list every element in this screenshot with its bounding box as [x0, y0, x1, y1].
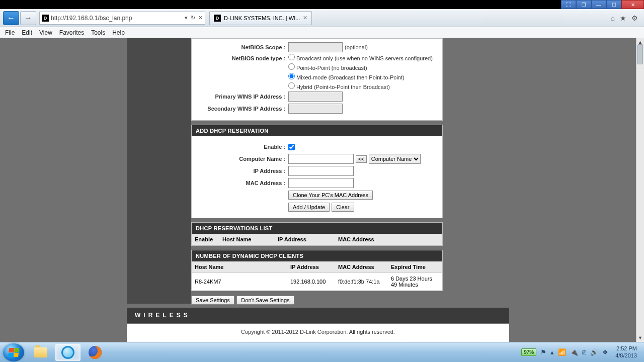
clear-button[interactable]: Clear [332, 203, 354, 212]
netbios-node-label: NetBIOS node type : [197, 54, 288, 61]
ip-address-input[interactable] [288, 166, 354, 176]
cell-hostname: R8-24KM7 [192, 273, 287, 291]
stop-icon[interactable]: ✕ [198, 15, 203, 21]
clock[interactable]: 2:52 PM 4/8/2013 [612, 345, 640, 358]
cell-ip: 192.168.0.100 [287, 273, 335, 291]
tab-title: D-LINK SYSTEMS, INC. | WI... [224, 15, 300, 21]
add-update-button[interactable]: Add / Update [288, 203, 330, 212]
menu-bar: File Edit View Favorites Tools Help [0, 27, 644, 38]
enable-checkbox[interactable] [288, 144, 295, 150]
menu-favorites[interactable]: Favorites [59, 29, 84, 36]
copyright-text: Copyright © 2011-2012 D-Link Corporation… [127, 324, 509, 342]
menu-help[interactable]: Help [112, 29, 125, 36]
menu-file[interactable]: File [5, 29, 15, 36]
col-ip: IP Address [275, 234, 335, 245]
secondary-wins-input[interactable] [288, 104, 343, 114]
mac-address-label: MAC Address : [197, 180, 288, 186]
taskbar-ie[interactable] [55, 344, 80, 361]
taskbar-firefox[interactable] [83, 344, 108, 361]
tray-chevron-icon[interactable]: ▴ [550, 348, 554, 356]
ip-address-label: IP Address : [197, 168, 288, 174]
folder-icon [34, 347, 47, 357]
page-viewport: NetBIOS Scope : (optional) NetBIOS node … [0, 38, 636, 342]
menu-tools[interactable]: Tools [91, 29, 105, 36]
home-icon[interactable]: ⌂ [611, 14, 615, 22]
menu-view[interactable]: View [39, 29, 52, 36]
snap-button[interactable]: ⛶ [561, 0, 576, 9]
reservation-header: ADD DHCP RESERVATION [192, 125, 442, 136]
enable-label: Enable : [197, 144, 288, 150]
refresh-icon[interactable]: ↻ [191, 15, 195, 21]
netbios-panel: NetBIOS Scope : (optional) NetBIOS node … [191, 38, 443, 121]
arrow-left-icon: ← [7, 14, 15, 23]
scroll-thumb[interactable] [637, 44, 643, 64]
network-icon[interactable]: 📶 [558, 348, 566, 356]
save-settings-button[interactable]: Save Settings [191, 296, 234, 305]
netbios-scope-hint: (optional) [345, 44, 368, 50]
close-button[interactable]: ✕ [621, 0, 644, 9]
mac-address-input[interactable] [288, 178, 354, 188]
firefox-icon [89, 346, 102, 359]
action-center-icon[interactable]: ⚑ [540, 348, 546, 356]
cell-mac: f0:de:f1:3b:74:1a [335, 273, 388, 291]
radio-hybrid[interactable] [288, 82, 295, 89]
footer-brand-bar: WIRELESS [127, 308, 509, 323]
clone-mac-button[interactable]: Clone Your PC's MAC Address [288, 191, 373, 200]
clients-panel: NUMBER OF DYNAMIC DHCP CLIENTS Host Name… [191, 250, 443, 291]
address-bar[interactable]: D http://192.168.0.1/bsc_lan.php ▾ ↻ ✕ [39, 12, 205, 25]
netbios-scope-input[interactable] [288, 42, 343, 52]
col-hostname: Host Name [192, 261, 287, 273]
copy-name-button[interactable]: << [356, 155, 367, 163]
computer-name-input[interactable] [288, 154, 354, 164]
device-icon[interactable]: ⎚ [582, 348, 586, 356]
system-tray: 97% ⚑ ▴ 📶 🔌 ⎚ 🔊 ❖ 2:52 PM 4/8/2013 [517, 345, 644, 358]
col-enable: Enable [192, 234, 219, 245]
table-row: R8-24KM7 192.168.0.100 f0:de:f1:3b:74:1a… [192, 273, 442, 291]
maximize-button[interactable]: ☐ [606, 0, 621, 9]
reservations-list-header: DHCP RESERVATIONS LIST [192, 223, 442, 234]
minimize-button[interactable]: — [591, 0, 606, 9]
start-button[interactable] [3, 343, 24, 361]
address-actions: ▾ ↻ ✕ [185, 15, 203, 21]
reservation-panel: ADD DHCP RESERVATION Enable : Computer N… [191, 125, 443, 218]
col-hostname: Host Name [219, 234, 275, 245]
back-button[interactable]: ← [3, 11, 19, 25]
radio-p2p[interactable] [288, 63, 295, 70]
radio-broadcast[interactable] [288, 54, 295, 60]
node-opt-broadcast[interactable]: Broadcast only (use when no WINS servers… [288, 54, 433, 61]
node-opt-p2p[interactable]: Point-to-Point (no broadcast) [288, 63, 367, 71]
secondary-wins-label: Secondary WINS IP Address : [197, 106, 288, 112]
node-opt-hybrid[interactable]: Hybrid (Point-to-Point then Broadcast) [288, 82, 390, 90]
reservations-list-panel: DHCP RESERVATIONS LIST Enable Host Name … [191, 222, 443, 246]
taskbar-explorer[interactable] [28, 344, 53, 361]
taskbar: 97% ⚑ ▴ 📶 🔌 ⎚ 🔊 ❖ 2:52 PM 4/8/2013 [0, 342, 644, 362]
netbios-scope-label: NetBIOS Scope : [197, 44, 288, 50]
tools-icon[interactable]: ⚙ [631, 14, 638, 22]
vertical-scrollbar[interactable]: ▲ ▼ [636, 38, 644, 342]
main-content: NetBIOS Scope : (optional) NetBIOS node … [191, 38, 443, 305]
clock-time: 2:52 PM [615, 345, 637, 352]
battery-indicator[interactable]: 97% [521, 348, 536, 356]
dropdown-icon[interactable]: ▾ [185, 15, 188, 21]
window-title-bar: ⛶ ❐ — ☐ ✕ [561, 0, 644, 9]
misc-tray-icon[interactable]: ❖ [602, 348, 608, 356]
radio-mixed[interactable] [288, 73, 295, 79]
tab-close-icon[interactable]: ✕ [303, 15, 307, 21]
power-icon[interactable]: 🔌 [570, 348, 578, 356]
windows-logo-icon [8, 348, 19, 357]
arrow-right-icon: → [24, 14, 32, 23]
scroll-down-icon[interactable]: ▼ [636, 334, 644, 342]
restore-button[interactable]: ❐ [576, 0, 591, 9]
node-opt-mixed[interactable]: Mixed-mode (Broadcast then Point-to-Poin… [288, 73, 405, 80]
primary-wins-input[interactable] [288, 92, 343, 102]
favorites-icon[interactable]: ★ [620, 14, 626, 22]
site-favicon-icon: D [42, 15, 49, 22]
menu-edit[interactable]: Edit [22, 29, 32, 36]
volume-icon[interactable]: 🔊 [590, 348, 598, 356]
browser-tab[interactable]: D D-LINK SYSTEMS, INC. | WI... ✕ [209, 11, 312, 25]
dont-save-button[interactable]: Don't Save Settings [236, 296, 294, 305]
col-action1 [410, 234, 426, 245]
computer-name-select[interactable]: Computer Name [369, 154, 421, 164]
forward-button[interactable]: → [20, 11, 36, 25]
tab-favicon-icon: D [214, 15, 221, 22]
